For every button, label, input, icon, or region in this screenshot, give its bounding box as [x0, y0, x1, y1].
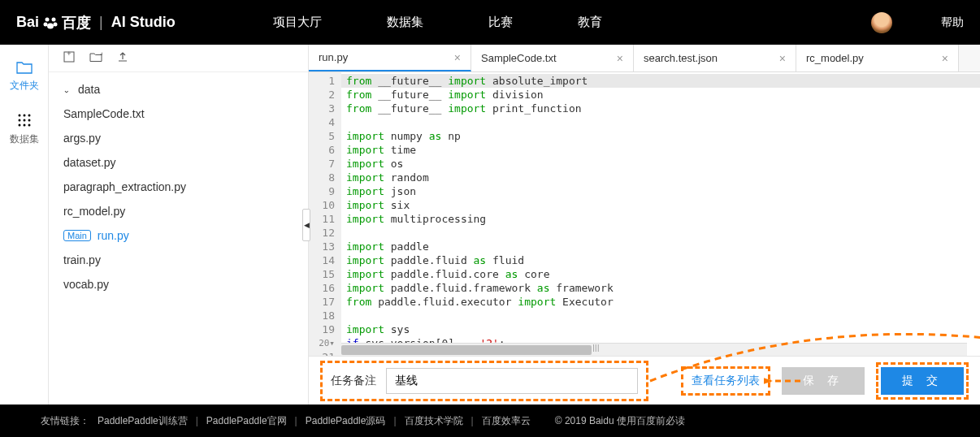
nav-contests[interactable]: 比赛: [488, 15, 513, 30]
rail-label-files: 文件夹: [10, 79, 39, 93]
tab-rcmodel[interactable]: rc_model.py×: [796, 45, 959, 71]
footer-link-2[interactable]: PaddlePaddle源码: [306, 414, 386, 428]
editor-area: ◀ run.py× SampleCode.txt× search.test.js…: [309, 45, 980, 405]
editor-tabs: run.py× SampleCode.txt× search.test.json…: [309, 45, 980, 72]
remark-input[interactable]: [386, 368, 638, 394]
help-link[interactable]: 帮助: [941, 15, 964, 30]
close-icon[interactable]: ×: [617, 52, 623, 65]
file-vocab[interactable]: vocab.py: [49, 272, 308, 296]
view-task-list-link[interactable]: 查看任务列表: [692, 374, 760, 387]
nav-education[interactable]: 教育: [578, 15, 602, 30]
footer-label: 友情链接：: [41, 414, 89, 428]
svg-point-2: [44, 22, 48, 26]
remark-label: 任务备注: [331, 374, 376, 388]
folder-data[interactable]: data: [49, 77, 308, 102]
tab-search[interactable]: search.test.json×: [634, 45, 796, 71]
close-icon[interactable]: ×: [454, 51, 461, 64]
folder-icon: [16, 61, 33, 74]
svg-point-13: [28, 124, 30, 127]
new-folder-icon[interactable]: +: [89, 51, 102, 65]
logo-separator: |: [99, 14, 103, 31]
nav-datasets[interactable]: 数据集: [387, 15, 423, 30]
logo[interactable]: Bai 百度 | AI Studio: [16, 13, 176, 32]
submit-button[interactable]: 提 交: [881, 367, 964, 395]
remark-highlight: 任务备注: [320, 361, 648, 401]
bottom-bar: 任务备注 查看任务列表 保 存 提 交: [309, 356, 980, 405]
file-samplecode[interactable]: SampleCode.txt: [49, 102, 308, 126]
save-button[interactable]: 保 存: [782, 367, 865, 395]
svg-point-9: [23, 119, 25, 122]
collapse-sidebar-handle[interactable]: ◀: [302, 209, 310, 241]
svg-point-10: [28, 119, 30, 122]
file-rcmodel[interactable]: rc_model.py: [49, 199, 308, 223]
upload-icon[interactable]: [117, 51, 128, 65]
header-right: 帮助: [871, 12, 964, 33]
footer-link-3[interactable]: 百度技术学院: [405, 414, 463, 428]
rail-item-datasets[interactable]: 数据集: [10, 113, 39, 146]
svg-point-12: [23, 124, 25, 127]
file-train[interactable]: train.py: [49, 248, 308, 272]
line-gutter: 1234567891011121314151617181920▾21222324: [309, 72, 341, 356]
logo-text-bai: Bai: [16, 14, 39, 31]
workspace: 文件夹 数据集 + + data SampleCode.txt args.py …: [0, 45, 980, 405]
svg-text:+: +: [100, 51, 102, 58]
avatar[interactable]: [871, 12, 892, 33]
nav-projects[interactable]: 项目大厅: [273, 15, 322, 30]
footer-copyright: © 2019 Baidu 使用百度前必读: [555, 414, 685, 428]
svg-point-0: [46, 17, 50, 21]
rail-label-datasets: 数据集: [10, 132, 39, 146]
main-badge: Main: [63, 230, 91, 241]
svg-point-1: [52, 17, 56, 21]
logo-studio: AI Studio: [111, 14, 176, 31]
paw-icon: [42, 15, 59, 31]
footer: 友情链接： PaddlePaddle训练营| PaddlePaddle官网| P…: [0, 405, 980, 437]
file-run[interactable]: Main run.py: [49, 223, 308, 248]
file-run-label: run.py: [98, 229, 129, 242]
svg-point-5: [18, 115, 20, 117]
grid-icon: [17, 113, 32, 128]
code-content[interactable]: from __future__ import absolute_importfr…: [341, 72, 980, 356]
svg-point-3: [54, 22, 58, 26]
top-nav: 项目大厅 数据集 比赛 教育: [273, 15, 871, 30]
footer-link-1[interactable]: PaddlePaddle官网: [206, 414, 287, 428]
svg-text:+: +: [67, 51, 71, 58]
file-list: data SampleCode.txt args.py dataset.py p…: [49, 72, 308, 301]
svg-point-8: [18, 119, 20, 122]
code-editor[interactable]: 1234567891011121314151617181920▾21222324…: [309, 72, 980, 356]
rail-item-files[interactable]: 文件夹: [10, 61, 39, 93]
svg-point-6: [23, 115, 25, 117]
horizontal-scrollbar[interactable]: [341, 343, 967, 356]
tab-samplecode[interactable]: SampleCode.txt×: [471, 45, 634, 71]
footer-link-0[interactable]: PaddlePaddle训练营: [98, 414, 188, 428]
new-file-icon[interactable]: +: [63, 51, 75, 65]
left-rail: 文件夹 数据集: [0, 45, 49, 405]
svg-point-7: [28, 115, 30, 117]
close-icon[interactable]: ×: [779, 52, 786, 65]
logo-text-du: 百度: [62, 13, 91, 32]
footer-link-4[interactable]: 百度效率云: [482, 414, 531, 428]
file-dataset[interactable]: dataset.py: [49, 150, 308, 175]
svg-point-11: [18, 124, 20, 127]
submit-highlight: 提 交: [876, 362, 969, 400]
sidebar-toolbar: + +: [49, 45, 308, 72]
close-icon[interactable]: ×: [942, 52, 948, 65]
tab-run[interactable]: run.py×: [309, 45, 471, 71]
svg-point-4: [47, 23, 54, 28]
file-paragraph[interactable]: paragraph_extraction.py: [49, 175, 308, 199]
scrollbar-thumb[interactable]: [341, 345, 592, 355]
file-args[interactable]: args.py: [49, 126, 308, 150]
task-link-highlight: 查看任务列表: [681, 366, 770, 396]
header: Bai 百度 | AI Studio 项目大厅 数据集 比赛 教育 帮助: [0, 0, 980, 45]
file-sidebar: + + data SampleCode.txt args.py dataset.…: [49, 45, 309, 405]
